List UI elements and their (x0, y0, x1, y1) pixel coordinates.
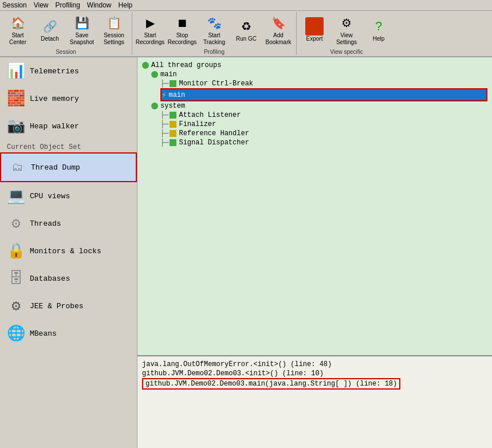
content-area: All thread groupsmain├─ Monitor Ctrl-Bre… (137, 57, 492, 448)
jee-probes-label: JEE & Probes (30, 302, 84, 311)
tree-node-1[interactable]: main (151, 70, 487, 79)
monitors-locks-icon: 🔒 (7, 242, 25, 260)
sidebar-item-jee-probes[interactable]: ⚙ JEE & Probes (0, 292, 137, 320)
thread-dump-icon: 🗂 (8, 158, 26, 176)
thread-tree-pane: All thread groupsmain├─ Monitor Ctrl-Bre… (137, 57, 492, 355)
thread-dump-label: Thread Dump (31, 163, 80, 172)
tree-node-label: All thread groups (151, 61, 221, 69)
jee-probes-icon: ⚙ (7, 297, 25, 315)
sidebar-item-cpu-views[interactable]: 💻 CPU views (0, 182, 137, 210)
stack-trace: java.lang.OutOfMemoryError.<init>() (lin… (142, 360, 487, 390)
start-tracking-label: StartTracking (203, 32, 225, 46)
help-button[interactable]: ? Help (363, 12, 394, 48)
tree-node-7[interactable]: ├─ Reference Handler (160, 129, 487, 138)
add-bookmark-button[interactable]: 🔖 AddBookmark (263, 12, 294, 48)
tree-node-label: Finalizer (179, 120, 216, 128)
stack-line-0: java.lang.OutOfMemoryError.<init>() (lin… (142, 360, 487, 369)
dot-green-icon (151, 71, 158, 78)
tree-node-2[interactable]: ├─ Monitor Ctrl-Break (160, 79, 487, 88)
start-center-button[interactable]: 🏠 StartCenter (2, 12, 33, 48)
cpu-views-label: CPU views (30, 192, 70, 201)
session-settings-icon: 📋 (105, 14, 123, 32)
stack-line-highlighted: github.JVM.Demo02.Demo03.main(java.lang.… (142, 378, 487, 390)
sidebar-item-heap-walker[interactable]: 📷 Heap walker (0, 112, 137, 140)
tree-connector: ├─ (160, 129, 168, 137)
tree-connector: ├─ (160, 139, 168, 147)
stop-recordings-button[interactable]: ⏹ StopRecordings (167, 12, 198, 48)
sidebar-item-threads[interactable]: ⚙ Threads (0, 210, 137, 237)
threads-label: Threads (30, 219, 61, 228)
session-settings-label: SessionSettings (104, 32, 124, 46)
stop-recordings-icon: ⏹ (173, 14, 191, 32)
toolbar-profiling-items: ▶ StartRecordings ⏹ StopRecordings 🐾 Sta… (135, 12, 294, 48)
sidebar-item-databases[interactable]: 🗄 Databases (0, 265, 137, 292)
dot-green-icon (142, 62, 149, 69)
tree-node-0[interactable]: All thread groups (142, 61, 487, 70)
tree-node-4[interactable]: system (151, 101, 487, 111)
dot-yellow-sq-icon (170, 130, 176, 137)
sidebar-item-monitors-locks[interactable]: 🔒 Monitors & locks (0, 237, 137, 265)
tree-connector: ├─ (160, 120, 168, 128)
telemetries-icon: 📊 (7, 62, 25, 80)
live-memory-icon: 🧱 (7, 89, 25, 108)
tree-node-label: Attach Listener (179, 111, 241, 119)
toolbar-view-items: ⬆ Export ⚙ ViewSettings ? Help (299, 12, 394, 48)
tree-node-label: Reference Handler (179, 129, 249, 137)
sidebar-item-mbeans[interactable]: 🌐 MBeans (0, 320, 137, 347)
detach-button[interactable]: 🔗 Detach (34, 12, 65, 48)
tree-node-5[interactable]: ├─ Attach Listener (160, 111, 487, 120)
session-settings-button[interactable]: 📋 SessionSettings (99, 12, 129, 48)
menu-window[interactable]: Window (87, 1, 112, 9)
start-recordings-button[interactable]: ▶ StartRecordings (135, 12, 166, 48)
toolbar-session-wrapper: 🏠 StartCenter 🔗 Detach 💾 SaveSnapshot 📋 … (2, 12, 129, 55)
run-gc-icon: ♻ (237, 17, 255, 36)
stack-trace-pane: java.lang.OutOfMemoryError.<init>() (lin… (137, 355, 492, 448)
dot-yellow-sq-icon (170, 121, 176, 128)
tree-node-6[interactable]: ├─ Finalizer (160, 120, 487, 129)
export-button[interactable]: ⬆ Export (299, 12, 330, 48)
export-label: Export (306, 36, 323, 42)
view-settings-button[interactable]: ⚙ ViewSettings (331, 12, 362, 48)
mbeans-icon: 🌐 (7, 324, 25, 343)
dot-green-sq-icon (170, 139, 176, 146)
tree-node-label: system (160, 102, 185, 110)
menu-view[interactable]: View (34, 1, 49, 9)
thread-tree: All thread groupsmain├─ Monitor Ctrl-Bre… (142, 61, 487, 147)
toolbar-profiling-group: ▶ StartRecordings ⏹ StopRecordings 🐾 Sta… (132, 12, 297, 55)
start-tracking-button[interactable]: 🐾 StartTracking (199, 12, 230, 48)
menu-help[interactable]: Help (119, 1, 133, 9)
sidebar: 📊 Telemetries 🧱 Live memory 📷 Heap walke… (0, 57, 137, 448)
dot-green-sq-icon (170, 112, 176, 119)
databases-label: Databases (30, 274, 70, 283)
export-icon: ⬆ (305, 17, 324, 36)
sidebar-item-thread-dump[interactable]: 🗂 Thread Dump (0, 152, 137, 182)
session-group-label: Session (56, 48, 76, 55)
sidebar-item-telemetries[interactable]: 📊 Telemetries (0, 57, 137, 85)
start-tracking-icon: 🐾 (205, 14, 223, 32)
tree-node-label: main (168, 91, 185, 99)
tree-connector: ├─ (160, 111, 168, 119)
menu-profiling[interactable]: Profiling (56, 1, 80, 9)
start-recordings-label: StartRecordings (136, 32, 165, 46)
stack-line-1: github.JVM.Demo02.Demo03.<init>() (line:… (142, 369, 487, 378)
detach-label: Detach (41, 36, 59, 42)
heap-walker-icon: 📷 (7, 117, 25, 135)
tree-node-8[interactable]: ├─ Signal Dispatcher (160, 138, 487, 147)
start-center-label: StartCenter (9, 32, 26, 46)
tree-node-label: main (160, 70, 177, 78)
stop-recordings-label: StopRecordings (168, 32, 197, 46)
mbeans-label: MBeans (30, 329, 57, 338)
live-memory-label: Live memory (30, 95, 79, 103)
sidebar-item-live-memory[interactable]: 🧱 Live memory (0, 85, 137, 112)
menu-session[interactable]: Session (2, 1, 27, 9)
monitors-locks-label: Monitors & locks (30, 247, 101, 256)
heap-walker-label: Heap walker (30, 122, 79, 131)
start-recordings-icon: ▶ (141, 14, 159, 32)
save-snapshot-button[interactable]: 💾 SaveSnapshot (66, 12, 97, 48)
cpu-views-icon: 💻 (7, 187, 25, 205)
tree-node-3[interactable]: ⚡main (160, 88, 487, 101)
run-gc-button[interactable]: ♻ Run GC (231, 12, 262, 48)
toolbar-profiling-wrapper: ▶ StartRecordings ⏹ StopRecordings 🐾 Sta… (135, 12, 294, 55)
menubar: Session View Profiling Window Help (0, 0, 492, 11)
detach-icon: 🔗 (41, 17, 59, 36)
